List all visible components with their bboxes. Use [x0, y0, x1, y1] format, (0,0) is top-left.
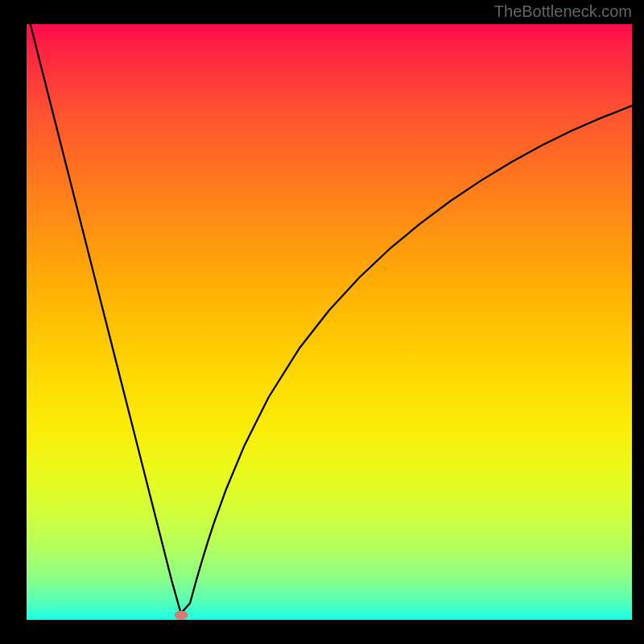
minimum-marker — [174, 611, 188, 620]
watermark-text: TheBottleneck.com — [494, 2, 632, 21]
bottleneck-curve — [27, 24, 632, 620]
chart-plot-area — [27, 24, 632, 620]
